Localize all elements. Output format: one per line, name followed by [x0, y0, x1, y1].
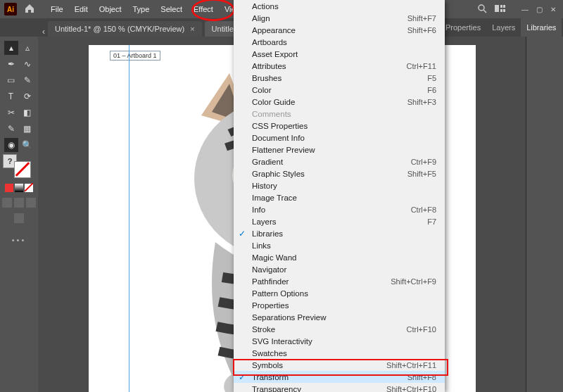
menu-item-label: Gradient: [252, 158, 283, 166]
draw-mode[interactable]: [26, 198, 36, 208]
svg-line-1: [483, 10, 486, 13]
svg-rect-3: [500, 5, 502, 8]
check-icon: ✓: [239, 372, 246, 382]
menu-item-label: Graphic Styles: [252, 170, 305, 178]
menu-item-color-guide[interactable]: Color GuideShift+F3: [234, 96, 445, 108]
menu-item-transparency[interactable]: TransparencyShift+Ctrl+F10: [234, 383, 445, 392]
menu-item-shortcut: Shift+Ctrl+F11: [386, 361, 436, 369]
menu-select[interactable]: Select: [155, 0, 188, 18]
edit-toolbar-icon[interactable]: •••: [12, 236, 27, 244]
curvature-tool[interactable]: ∿: [20, 57, 34, 71]
tab-prev-icon[interactable]: ‹: [42, 27, 45, 37]
menu-item-links[interactable]: Links: [234, 239, 445, 251]
close-button[interactable]: ✕: [548, 4, 559, 14]
shape-builder-tool[interactable]: ◉: [4, 138, 18, 152]
type-tool[interactable]: T: [4, 89, 18, 103]
menu-item-shortcut: Shift+F5: [407, 170, 436, 178]
document-tab[interactable]: Untitled-1* @ 150 % (CMYK/Preview) ×: [48, 21, 202, 37]
menu-item-history[interactable]: History: [234, 179, 445, 191]
selection-tool[interactable]: ▴: [4, 41, 18, 55]
draw-mode[interactable]: [2, 198, 12, 208]
menu-item-shortcut: F6: [427, 86, 436, 94]
home-icon[interactable]: [24, 3, 35, 15]
menu-item-image-trace[interactable]: Image Trace: [234, 191, 445, 203]
menu-file[interactable]: File: [45, 0, 69, 18]
menu-item-shortcut: Ctrl+F10: [407, 325, 437, 334]
fill-stroke-swatch[interactable]: ?: [7, 158, 31, 177]
menu-item-flattener-preview[interactable]: Flattener Preview: [234, 144, 445, 156]
scissors-tool[interactable]: ✂: [4, 106, 18, 120]
menu-item-label: Libraries: [252, 229, 283, 238]
maximize-button[interactable]: ▢: [533, 4, 545, 14]
menu-item-properties[interactable]: Properties: [234, 299, 445, 311]
brush-tool[interactable]: ✎: [20, 73, 34, 87]
right-panel-dock: [526, 37, 563, 392]
eyedropper-tool[interactable]: ✎: [4, 122, 18, 136]
eraser-tool[interactable]: ◧: [20, 106, 34, 120]
panel-tab-libraries[interactable]: Libraries: [521, 18, 562, 37]
menu-item-libraries[interactable]: ✓Libraries: [234, 227, 445, 239]
menu-item-shortcut: F7: [427, 217, 436, 226]
menu-item-stroke[interactable]: StrokeCtrl+F10: [234, 323, 445, 335]
menu-item-label: Links: [252, 241, 271, 250]
artboard-label: 01 – Artboard 1: [110, 51, 160, 61]
menu-item-color[interactable]: ColorF6: [234, 84, 445, 96]
panel-tab-layers[interactable]: Layers: [486, 18, 521, 37]
menu-item-shortcut: Shift+F3: [407, 98, 436, 106]
menu-item-actions[interactable]: Actions: [234, 0, 445, 12]
menu-item-graphic-styles[interactable]: Graphic StylesShift+F5: [234, 167, 445, 179]
direct-selection-tool[interactable]: ▵: [20, 41, 34, 55]
menu-item-artboards[interactable]: Artboards: [234, 36, 445, 48]
menu-item-label: Brushes: [252, 74, 282, 82]
svg-rect-5: [500, 9, 502, 12]
menu-item-magic-wand[interactable]: Magic Wand: [234, 251, 445, 263]
menu-object[interactable]: Object: [94, 0, 127, 18]
menu-item-svg-interactivity[interactable]: SVG Interactivity: [234, 335, 445, 347]
menu-item-gradient[interactable]: GradientCtrl+F9: [234, 156, 445, 167]
menu-item-label: Magic Wand: [252, 253, 297, 262]
menu-item-layers[interactable]: LayersF7: [234, 215, 445, 227]
menu-item-document-info[interactable]: Document Info: [234, 132, 445, 144]
pen-tool[interactable]: ✒: [4, 57, 18, 71]
menu-item-navigator[interactable]: Navigator: [234, 263, 445, 275]
menu-item-transform[interactable]: ✓TransformShift+F8: [234, 371, 445, 383]
menu-item-asset-export[interactable]: Asset Export: [234, 48, 445, 60]
screen-mode[interactable]: [14, 213, 24, 223]
rectangle-tool[interactable]: ▭: [4, 73, 18, 87]
menu-item-label: Attributes: [252, 62, 286, 70]
rotate-tool[interactable]: ⟳: [20, 89, 34, 103]
menu-item-label: Actions: [252, 2, 279, 11]
menu-item-swatches[interactable]: Swatches: [234, 347, 445, 359]
menu-type[interactable]: Type: [127, 0, 156, 18]
tab-close-icon[interactable]: ×: [190, 25, 194, 33]
menu-effect[interactable]: Effect: [188, 0, 219, 18]
search-icon[interactable]: [476, 4, 488, 15]
menu-item-label: Flattener Preview: [252, 146, 315, 154]
arrange-icon[interactable]: [494, 4, 507, 15]
menu-item-pattern-options[interactable]: Pattern Options: [234, 287, 445, 299]
draw-mode[interactable]: [14, 198, 24, 208]
menu-item-css-properties[interactable]: CSS Properties: [234, 120, 445, 132]
zoom-tool[interactable]: 🔍: [20, 138, 34, 152]
menu-item-symbols[interactable]: SymbolsShift+Ctrl+F11: [234, 359, 445, 371]
none-swatch[interactable]: [25, 184, 33, 192]
menu-item-align[interactable]: AlignShift+F7: [234, 12, 445, 24]
menu-item-brushes[interactable]: BrushesF5: [234, 72, 445, 84]
menu-item-label: Color Guide: [252, 98, 295, 106]
panel-tab-properties[interactable]: Properties: [440, 18, 486, 37]
menu-item-label: Document Info: [252, 134, 305, 142]
menu-item-shortcut: Shift+Ctrl+F9: [391, 277, 436, 286]
menu-item-appearance[interactable]: AppearanceShift+F6: [234, 24, 445, 36]
menu-item-label: SVG Interactivity: [252, 337, 312, 346]
gradient-swatch[interactable]: [15, 184, 23, 192]
menu-edit[interactable]: Edit: [69, 0, 94, 18]
color-swatch[interactable]: [5, 184, 13, 192]
menu-item-pathfinder[interactable]: PathfinderShift+Ctrl+F9: [234, 275, 445, 287]
minimize-button[interactable]: —: [519, 4, 531, 14]
gradient-tool[interactable]: ▦: [20, 122, 34, 136]
menu-item-attributes[interactable]: AttributesCtrl+F11: [234, 60, 445, 72]
menu-item-shortcut: Shift+Ctrl+F10: [386, 385, 436, 393]
menu-item-info[interactable]: InfoCtrl+F8: [234, 203, 445, 215]
menu-item-separations-preview[interactable]: Separations Preview: [234, 311, 445, 323]
menu-item-label: Swatches: [252, 349, 287, 358]
